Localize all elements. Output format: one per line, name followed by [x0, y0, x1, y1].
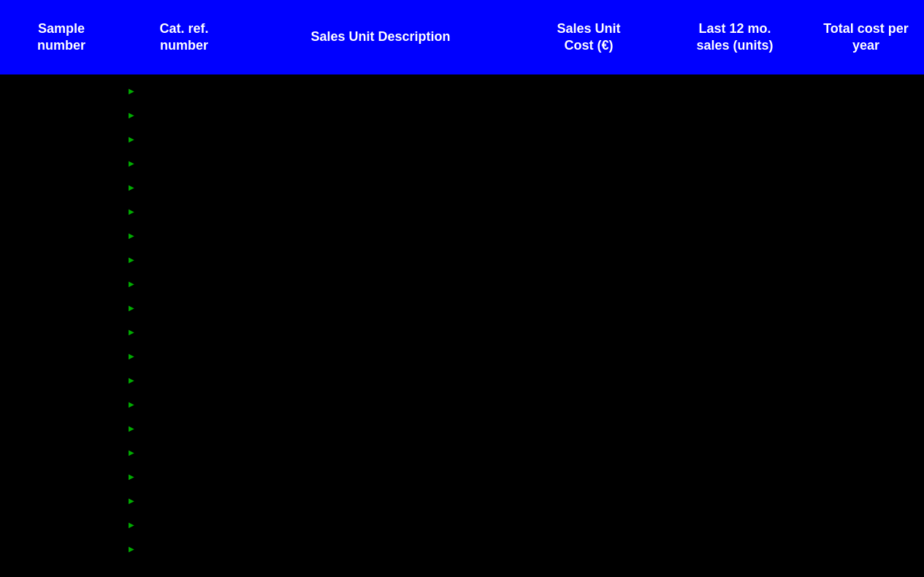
cell-total	[808, 89, 924, 92]
cell-cost	[516, 89, 662, 92]
cell-cost	[516, 258, 662, 261]
green-marker-icon: ▶	[129, 400, 134, 408]
cell-description	[245, 234, 516, 237]
header-sales-unit-description: Sales Unit Description	[245, 21, 516, 53]
header-cat-ref-number: Cat. ref.number	[123, 13, 245, 62]
green-marker-icon: ▶	[129, 424, 134, 432]
cell-cat-ref: ▶	[123, 278, 245, 289]
table-row: ▶	[0, 464, 924, 488]
table-row: ▶	[0, 488, 924, 512]
cell-description	[245, 330, 516, 333]
cell-cost	[516, 113, 662, 116]
cell-sample-number	[0, 547, 123, 550]
cell-sample-number	[0, 258, 123, 261]
cell-sales	[662, 186, 808, 188]
cell-sales	[662, 234, 808, 237]
green-marker-icon: ▶	[129, 280, 134, 288]
green-marker-icon: ▶	[129, 376, 134, 384]
cell-description	[245, 523, 516, 526]
cell-cat-ref: ▶	[123, 253, 245, 265]
green-marker-icon: ▶	[129, 352, 134, 360]
table-row: ▶	[0, 391, 924, 416]
green-marker-icon: ▶	[129, 304, 134, 312]
table-container: Samplenumber Cat. ref.number Sales Unit …	[0, 0, 924, 577]
cell-cost	[516, 427, 662, 429]
cell-sales	[662, 137, 808, 140]
cell-description	[245, 137, 516, 140]
cell-cat-ref: ▶	[123, 302, 245, 313]
green-marker-icon: ▶	[129, 87, 134, 95]
cell-sample-number	[0, 306, 123, 309]
cell-total	[808, 499, 924, 502]
cell-cat-ref: ▶	[123, 133, 245, 145]
cell-cost	[516, 330, 662, 333]
green-marker-icon: ▶	[129, 448, 134, 456]
green-marker-icon: ▶	[129, 135, 134, 143]
cell-sample-number	[0, 402, 123, 405]
cell-total	[808, 234, 924, 237]
cell-total	[808, 378, 924, 381]
cell-total	[808, 258, 924, 261]
cell-cost	[516, 210, 662, 213]
header-sales-unit-cost: Sales UnitCost (€)	[516, 13, 662, 62]
cell-cat-ref: ▶	[123, 181, 245, 193]
cell-total	[808, 330, 924, 333]
cell-cost	[516, 451, 662, 454]
table-row: ▶	[0, 126, 924, 150]
green-marker-icon: ▶	[129, 183, 134, 191]
cell-total	[808, 402, 924, 405]
table-row: ▶	[0, 440, 924, 464]
green-marker-icon: ▶	[129, 473, 134, 481]
cell-sales	[662, 523, 808, 526]
green-marker-icon: ▶	[129, 232, 134, 240]
cell-cat-ref: ▶	[123, 494, 245, 506]
cell-sample-number	[0, 137, 123, 140]
cell-sales	[662, 113, 808, 116]
table-header: Samplenumber Cat. ref.number Sales Unit …	[0, 0, 924, 74]
cell-total	[808, 113, 924, 116]
cell-total	[808, 547, 924, 550]
cell-sample-number	[0, 499, 123, 502]
cell-cost	[516, 378, 662, 381]
cell-description	[245, 547, 516, 550]
cell-total	[808, 210, 924, 213]
cell-cat-ref: ▶	[123, 543, 245, 554]
cell-sample-number	[0, 234, 123, 237]
cell-total	[808, 306, 924, 309]
cell-cost	[516, 402, 662, 405]
table-row: ▶	[0, 271, 924, 295]
cell-sample-number	[0, 282, 123, 285]
green-marker-icon: ▶	[129, 256, 134, 264]
cell-sample-number	[0, 113, 123, 116]
cell-cost	[516, 306, 662, 309]
cell-total	[808, 186, 924, 188]
cell-description	[245, 499, 516, 502]
cell-description	[245, 186, 516, 188]
table-row: ▶	[0, 223, 924, 247]
cell-sales	[662, 258, 808, 261]
cell-sample-number	[0, 354, 123, 357]
green-marker-icon: ▶	[129, 207, 134, 215]
cell-description	[245, 427, 516, 429]
cell-description	[245, 306, 516, 309]
cell-cost	[516, 547, 662, 550]
cell-sales	[662, 330, 808, 333]
cell-cat-ref: ▶	[123, 205, 245, 217]
table-row: ▶	[0, 367, 924, 391]
table-body: ▶▶▶▶▶▶▶▶▶▶▶▶▶▶▶▶▶▶▶▶	[0, 74, 924, 560]
cell-cat-ref: ▶	[123, 519, 245, 530]
cell-cat-ref: ▶	[123, 326, 245, 337]
green-marker-icon: ▶	[129, 328, 134, 336]
cell-sales	[662, 402, 808, 405]
cell-sales	[662, 499, 808, 502]
table-row: ▶	[0, 199, 924, 223]
green-marker-icon: ▶	[129, 111, 134, 119]
table-row: ▶	[0, 102, 924, 126]
cell-cat-ref: ▶	[123, 350, 245, 362]
cell-cost	[516, 234, 662, 237]
cell-total	[808, 475, 924, 478]
cell-cat-ref: ▶	[123, 85, 245, 96]
cell-total	[808, 451, 924, 454]
cell-sales	[662, 547, 808, 550]
cell-cat-ref: ▶	[123, 398, 245, 410]
